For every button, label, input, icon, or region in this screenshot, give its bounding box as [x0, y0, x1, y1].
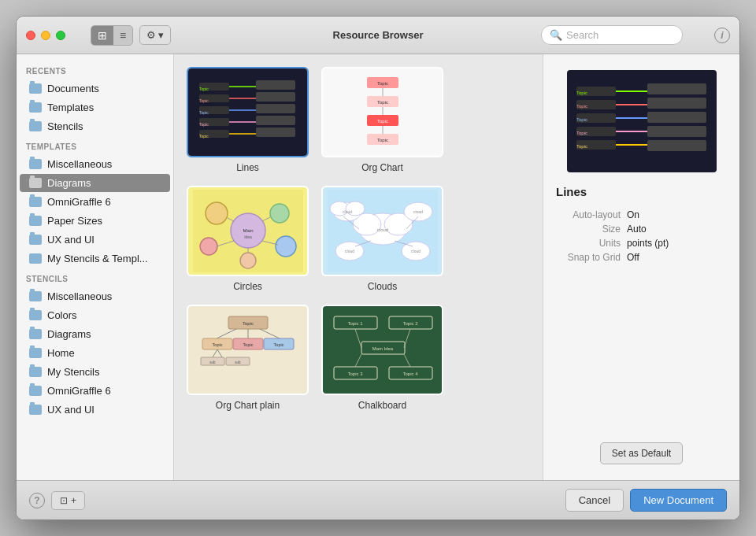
sidebar-item-label: Miscellaneous — [47, 158, 112, 170]
template-thumbnail-org-chart: Topic Topic Topic Topic — [321, 67, 443, 157]
template-thumbnail-circles: Main Idea — [187, 186, 309, 276]
svg-text:Topic: Topic — [199, 87, 209, 91]
svg-rect-12 — [256, 92, 295, 102]
sidebar-item-stencils-diagrams[interactable]: Diagrams — [20, 325, 170, 343]
svg-rect-113 — [647, 126, 706, 137]
grid-view-button[interactable]: ⊞ — [91, 26, 113, 45]
template-card-clouds[interactable]: cloud cloud cloud cloud cloud — [321, 186, 443, 292]
folder-icon — [29, 102, 42, 113]
gear-button[interactable]: ⚙ ▾ — [139, 25, 171, 45]
sidebar-item-stencils-recent[interactable]: Stencils — [20, 117, 170, 135]
search-placeholder: Search — [566, 29, 598, 41]
template-card-circles[interactable]: Main Idea Circles — [187, 186, 309, 292]
svg-text:Topic: Topic — [273, 342, 284, 347]
template-card-org-chart[interactable]: Topic Topic Topic Topic Org — [321, 67, 443, 173]
svg-point-37 — [200, 238, 217, 255]
svg-text:cloud: cloud — [411, 249, 421, 253]
svg-rect-11 — [256, 80, 295, 90]
svg-text:Topic: Topic — [376, 81, 387, 86]
detail-val-autolayout: On — [627, 209, 639, 220]
svg-text:Topic 1: Topic 1 — [347, 321, 363, 326]
recents-section-label: RECENTS — [17, 61, 173, 79]
detail-row-snap: Snap to Grid Off — [556, 250, 727, 264]
detail-panel: Topic Topic Topic Topic Topic Lines Auto… — [543, 54, 739, 480]
svg-text:Topic: Topic — [576, 104, 587, 109]
svg-text:cloud: cloud — [343, 209, 352, 214]
svg-text:Topic: Topic — [576, 144, 587, 149]
cancel-button[interactable]: Cancel — [565, 489, 624, 512]
sidebar-item-my-stencils[interactable]: My Stencils — [20, 363, 170, 381]
svg-text:Topic: Topic — [212, 342, 222, 347]
new-document-button[interactable]: New Document — [630, 489, 727, 512]
svg-text:cloud: cloud — [345, 249, 354, 253]
help-button[interactable]: ? — [29, 493, 45, 508]
svg-text:Topic: Topic — [376, 100, 387, 105]
org-thumbnail: Topic Topic Topic Topic — [323, 68, 442, 156]
detail-row-units: Units points (pt) — [556, 236, 727, 250]
template-thumbnail-lines: Topic Topic Topic Topic Topic — [187, 67, 309, 157]
svg-text:Topic: Topic — [576, 91, 587, 95]
svg-point-39 — [240, 253, 256, 268]
list-view-button[interactable]: ≡ — [113, 26, 132, 45]
template-label-chalkboard: Chalkboard — [358, 400, 406, 411]
search-bar[interactable]: 🔍 Search — [541, 25, 683, 45]
sidebar-item-colors[interactable]: Colors — [20, 306, 170, 324]
template-label-lines: Lines — [236, 162, 259, 173]
set-default-button[interactable]: Set as Default — [600, 442, 683, 464]
sidebar-item-omnigraffle6[interactable]: OmniGraffle 6 — [20, 193, 170, 211]
svg-text:Topic: Topic — [376, 138, 387, 142]
template-card-chalkboard[interactable]: Topic 1 Topic 2 Main Idea Topic 3 Topic … — [321, 305, 443, 411]
sidebar-item-label: Templates — [47, 102, 94, 113]
template-card-lines[interactable]: Topic Topic Topic Topic Topic Lines — [187, 67, 309, 173]
info-button[interactable]: i — [714, 28, 730, 43]
folder-icon — [29, 329, 42, 339]
sidebar-item-templates-recent[interactable]: Templates — [20, 98, 170, 116]
svg-text:Topic: Topic — [576, 117, 587, 122]
folder-icon — [29, 159, 42, 169]
circles-thumbnail: Main Idea — [188, 187, 307, 275]
template-card-org-chart-plain[interactable]: Topic Topic Topic Topic — [187, 305, 309, 411]
svg-text:Topic 3: Topic 3 — [347, 372, 363, 376]
template-label-org-chart: Org Chart — [361, 162, 403, 173]
folder-icon — [29, 348, 42, 358]
svg-text:Topic 4: Topic 4 — [402, 372, 418, 376]
minimize-button[interactable] — [41, 31, 50, 40]
sidebar-item-paper-sizes[interactable]: Paper Sizes — [20, 212, 170, 230]
template-label-org-chart-plain: Org Chart plain — [216, 400, 280, 411]
sidebar-item-ux-ui[interactable]: UX and UI — [20, 231, 170, 249]
template-label-clouds: Clouds — [368, 281, 397, 292]
sidebar-item-stencils-misc[interactable]: Miscellaneous — [20, 287, 170, 305]
sidebar-item-my-stencils-templ[interactable]: My Stencils & Templ... — [20, 250, 170, 268]
templates-section-label: TEMPLATES — [17, 136, 173, 154]
folder-icon — [29, 235, 42, 245]
svg-rect-15 — [256, 128, 295, 137]
detail-title: Lines — [556, 185, 587, 198]
detail-val-units: points (pt) — [627, 238, 669, 249]
sidebar-item-label: Paper Sizes — [47, 215, 102, 227]
stencils-section-label: STENCILS — [17, 268, 173, 286]
sidebar-item-stencils-ux-ui[interactable]: UX and UI — [20, 401, 170, 419]
svg-point-35 — [206, 202, 228, 224]
svg-rect-111 — [647, 98, 706, 109]
folder-icon — [29, 291, 42, 301]
detail-properties: Auto-layout On Size Auto Units points (p… — [556, 208, 727, 264]
svg-point-38 — [276, 236, 296, 257]
sidebar-item-home[interactable]: Home — [20, 344, 170, 362]
svg-rect-112 — [647, 112, 706, 123]
lines-thumbnail: Topic Topic Topic Topic Topic — [188, 68, 307, 156]
add-stencil-button[interactable]: ⊡ + — [51, 491, 85, 510]
svg-text:cloud: cloud — [413, 209, 423, 214]
template-grid: Topic Topic Topic Topic Topic Lines — [174, 54, 543, 480]
maximize-button[interactable] — [56, 31, 65, 40]
sidebar-item-diagrams[interactable]: Diagrams — [20, 174, 170, 192]
sidebar-item-label: OmniGraffle 6 — [47, 196, 111, 208]
template-thumbnail-clouds: cloud cloud cloud cloud cloud — [321, 186, 443, 276]
sidebar-item-miscellaneous[interactable]: Miscellaneous — [20, 155, 170, 173]
sidebar-item-documents[interactable]: Documents — [20, 79, 170, 98]
svg-text:Topic: Topic — [199, 122, 209, 127]
svg-text:sub: sub — [209, 360, 216, 364]
svg-text:Topic: Topic — [242, 321, 253, 326]
sidebar-item-stencils-omnigraffle6[interactable]: OmniGraffle 6 — [20, 382, 170, 400]
close-button[interactable] — [26, 31, 35, 40]
template-thumbnail-org-chart-plain: Topic Topic Topic Topic — [187, 305, 309, 395]
